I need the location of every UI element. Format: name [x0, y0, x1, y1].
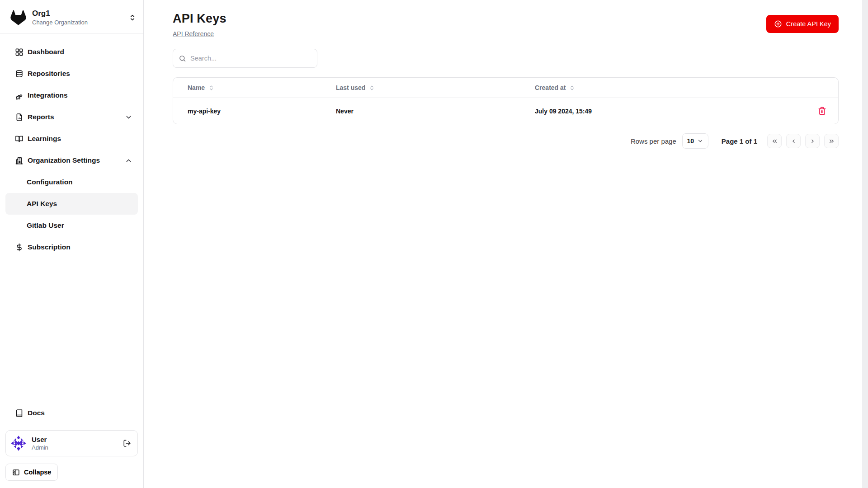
- page-info: Page 1 of 1: [722, 137, 757, 145]
- column-header-last-used[interactable]: Last used: [336, 84, 535, 91]
- sort-icon: [369, 85, 375, 91]
- sidebar-item-label: Organization Settings: [28, 156, 121, 164]
- sidebar-item-label: Configuration: [27, 178, 133, 186]
- previous-page-button[interactable]: [786, 134, 801, 148]
- user-role: Admin: [32, 444, 118, 451]
- sort-icon: [569, 85, 575, 91]
- dashboard-grid-icon: [15, 48, 24, 56]
- sidebar-item-organization-settings[interactable]: Organization Settings: [5, 150, 138, 171]
- collapse-sidebar-button[interactable]: Collapse: [5, 464, 58, 481]
- sidebar-item-configuration[interactable]: Configuration: [5, 171, 138, 193]
- rows-per-page-value: 10: [687, 137, 694, 145]
- chevron-down-icon: [697, 138, 703, 144]
- chevron-up-icon: [125, 157, 132, 164]
- column-label: Name: [188, 84, 205, 91]
- rows-per-page-select[interactable]: 10: [682, 133, 708, 149]
- column-label: Last used: [336, 84, 365, 91]
- column-header-name[interactable]: Name: [173, 84, 336, 91]
- sidebar-nav: Dashboard Repositories Integrations: [0, 33, 143, 258]
- user-name: User: [32, 436, 118, 444]
- create-api-key-button[interactable]: Create API Key: [766, 15, 839, 33]
- cell-name: my-api-key: [173, 108, 336, 115]
- user-text: User Admin: [32, 436, 118, 451]
- api-reference-link[interactable]: API Reference: [173, 30, 214, 38]
- org-name: Org1: [32, 9, 123, 18]
- chevron-right-icon: [809, 138, 816, 145]
- sidebar-bottom: Docs: [0, 402, 143, 488]
- chevrons-up-down-icon[interactable]: [128, 13, 137, 22]
- pager-buttons: [767, 134, 839, 148]
- search-input[interactable]: [190, 55, 311, 62]
- org-logo-icon: [10, 10, 27, 25]
- dollar-sign-icon: [15, 243, 24, 252]
- sidebar-item-label: Integrations: [28, 91, 133, 99]
- table-header-row: Name Last used Created at: [173, 78, 838, 98]
- org-change-label: Change Organization: [32, 19, 123, 26]
- sidebar: Org1 Change Organization Dashboard: [0, 0, 144, 488]
- page-title: API Keys: [173, 12, 839, 26]
- chevrons-right-icon: [828, 138, 835, 145]
- next-page-button[interactable]: [805, 134, 820, 148]
- chevron-left-icon: [790, 138, 797, 145]
- file-report-icon: [15, 113, 24, 122]
- sidebar-item-docs[interactable]: Docs: [5, 402, 138, 424]
- logout-icon[interactable]: [123, 439, 131, 447]
- user-card[interactable]: User Admin: [5, 430, 138, 456]
- last-page-button[interactable]: [824, 134, 839, 148]
- sidebar-item-learnings[interactable]: Learnings: [5, 128, 138, 150]
- app-window: Org1 Change Organization Dashboard: [0, 0, 868, 488]
- book-icon: [15, 409, 24, 418]
- user-avatar: [10, 435, 27, 451]
- sidebar-item-label: Dashboard: [28, 48, 133, 56]
- puzzle-icon: [15, 91, 24, 100]
- sidebar-item-gitlab-user[interactable]: Gitlab User: [5, 215, 138, 236]
- create-api-key-label: Create API Key: [786, 20, 831, 28]
- first-page-button[interactable]: [767, 134, 782, 148]
- panel-collapse-icon: [12, 469, 20, 476]
- org-switcher[interactable]: Org1 Change Organization: [0, 0, 143, 33]
- sidebar-item-subscription[interactable]: Subscription: [5, 236, 138, 258]
- cell-actions: [806, 104, 838, 118]
- sidebar-item-label: Docs: [28, 409, 133, 417]
- building-icon: [15, 156, 24, 165]
- sidebar-item-label: Gitlab User: [27, 221, 133, 230]
- search-icon: [179, 55, 186, 62]
- sidebar-item-label: Learnings: [28, 135, 133, 143]
- column-header-created-at[interactable]: Created at: [535, 84, 806, 91]
- main-content: API Keys API Reference Create API Key Na…: [144, 0, 868, 488]
- sidebar-item-label: Repositories: [28, 70, 133, 78]
- book-open-icon: [15, 135, 24, 143]
- sidebar-item-reports[interactable]: Reports: [5, 106, 138, 128]
- chevrons-left-icon: [771, 138, 778, 145]
- sidebar-item-integrations[interactable]: Integrations: [5, 84, 138, 106]
- delete-api-key-button[interactable]: [815, 104, 829, 118]
- sidebar-item-label: Subscription: [28, 243, 133, 251]
- scrollbar-track[interactable]: [862, 0, 868, 488]
- database-icon: [15, 70, 24, 78]
- sidebar-item-repositories[interactable]: Repositories: [5, 63, 138, 84]
- sidebar-item-label: Reports: [28, 113, 121, 121]
- trash-icon: [818, 107, 826, 115]
- column-label: Created at: [535, 84, 566, 91]
- chevron-down-icon: [125, 113, 132, 121]
- sidebar-item-api-keys[interactable]: API Keys: [5, 193, 138, 215]
- sidebar-item-dashboard[interactable]: Dashboard: [5, 41, 138, 63]
- plus-circle-icon: [774, 20, 782, 28]
- sort-icon: [208, 85, 214, 91]
- table-row: my-api-key Never July 09 2024, 15:49: [173, 98, 838, 124]
- sidebar-item-label: API Keys: [27, 200, 133, 208]
- pagination-bar: Rows per page 10 Page 1 of 1: [173, 133, 839, 149]
- api-keys-table: Name Last used Created at: [173, 77, 839, 124]
- search-box: [173, 49, 317, 68]
- org-text: Org1 Change Organization: [32, 9, 123, 26]
- cell-last-used: Never: [336, 108, 535, 115]
- cell-created-at: July 09 2024, 15:49: [535, 108, 806, 115]
- rows-per-page-label: Rows per page: [631, 137, 676, 145]
- collapse-label: Collapse: [24, 469, 51, 476]
